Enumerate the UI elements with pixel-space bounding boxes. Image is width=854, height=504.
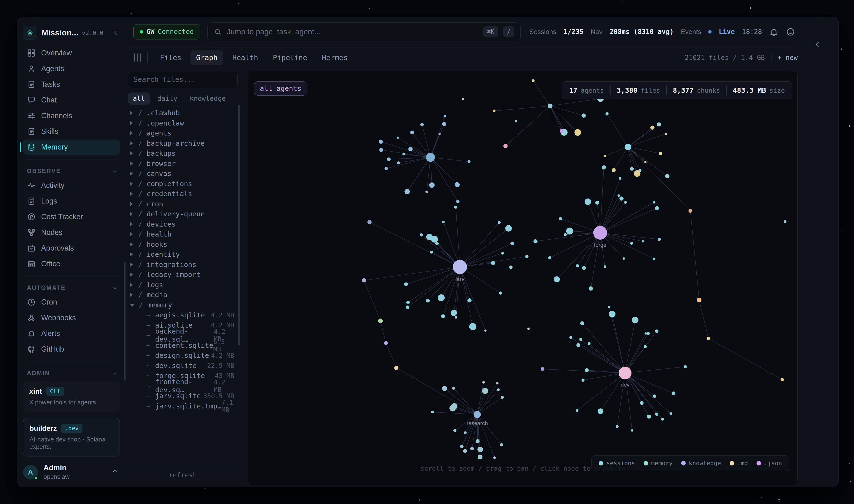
graph-satellite-node[interactable] (470, 447, 474, 450)
graph-satellite-node[interactable] (431, 411, 434, 413)
graph-hub-node[interactable] (624, 144, 631, 150)
graph-satellite-node[interactable] (510, 241, 514, 245)
section-header-observe[interactable]: OBSERVE (23, 164, 120, 177)
graph-satellite-node[interactable] (658, 238, 661, 241)
tree-dir-identity[interactable]: /identity (128, 249, 237, 259)
graph-satellite-node[interactable] (569, 336, 572, 339)
graph-loose-node[interactable] (493, 110, 495, 112)
tree-file[interactable]: ~content.sqlite6.3 MB (128, 340, 237, 350)
file-search-input[interactable] (133, 75, 232, 84)
tree-dir-integrations[interactable]: /integrations (128, 259, 237, 270)
graph-satellite-node[interactable] (455, 316, 457, 319)
graph-satellite-node[interactable] (585, 368, 589, 372)
tab-hermes[interactable]: Hermes (316, 50, 353, 65)
graph-loose-node[interactable] (541, 367, 544, 371)
tree-dir-backups[interactable]: /backups (128, 148, 237, 159)
graph-satellite-node[interactable] (505, 225, 512, 232)
graph-loose-node[interactable] (784, 220, 786, 223)
graph-satellite-node[interactable] (604, 155, 606, 157)
graph-satellite-node[interactable] (598, 409, 603, 414)
graph-satellite-node[interactable] (497, 389, 500, 391)
graph-satellite-node[interactable] (647, 414, 651, 418)
graph-satellite-node[interactable] (532, 79, 534, 82)
graph-satellite-node[interactable] (585, 198, 591, 205)
graph-satellite-node[interactable] (655, 206, 659, 210)
tree-dir-cron[interactable]: /cron (128, 199, 237, 209)
graph-satellite-node[interactable] (665, 174, 670, 178)
refresh-button[interactable]: refresh (169, 471, 197, 479)
graph-satellite-node[interactable] (498, 221, 501, 224)
graph-satellite-node[interactable] (482, 381, 485, 384)
graph-satellite-node[interactable] (387, 157, 390, 161)
graph-satellite-node[interactable] (425, 191, 428, 193)
tree-dir-logs[interactable]: /logs (128, 280, 237, 290)
graph-satellite-node[interactable] (564, 233, 567, 236)
graph-satellite-node[interactable] (420, 233, 423, 236)
smiley-icon[interactable] (786, 27, 795, 37)
tree-dir-browser[interactable]: /browser (128, 159, 237, 169)
sidebar-item-memory[interactable]: Memory (23, 140, 120, 155)
graph-satellite-node[interactable] (672, 392, 675, 395)
graph-satellite-node[interactable] (630, 167, 634, 170)
graph-satellite-node[interactable] (595, 201, 599, 205)
sidebar-scrollbar[interactable] (124, 262, 126, 381)
section-header-admin[interactable]: ADMIN (23, 366, 120, 379)
app-logo[interactable] (23, 26, 37, 40)
graph-satellite-node[interactable] (576, 264, 579, 268)
graph-satellite-node[interactable] (619, 196, 623, 200)
graph-satellite-node[interactable] (438, 133, 440, 135)
graph-satellite-node[interactable] (623, 257, 625, 259)
agents-filter-chip[interactable]: all agents (254, 81, 307, 95)
graph-satellite-node[interactable] (604, 265, 606, 268)
graph-satellite-node[interactable] (410, 130, 414, 134)
graph-satellite-node[interactable] (630, 242, 633, 245)
sidebar-item-office[interactable]: Office (23, 256, 120, 271)
graph-loose-node[interactable] (367, 220, 371, 224)
graph-satellite-node[interactable] (559, 217, 562, 220)
graph-hub-dev[interactable] (619, 366, 632, 379)
tree-dir-credentials[interactable]: /credentials (128, 189, 237, 199)
graph-satellite-node[interactable] (420, 123, 424, 126)
graph-satellite-node[interactable] (612, 168, 616, 172)
graph-satellite-node[interactable] (582, 113, 586, 118)
graph-satellite-node[interactable] (404, 283, 408, 286)
graph-satellite-node[interactable] (565, 131, 568, 134)
global-search[interactable]: ⌘K / (207, 22, 521, 41)
graph-satellite-node[interactable] (616, 425, 619, 428)
tree-scrollbar[interactable] (238, 105, 240, 345)
sidebar-item-activity[interactable]: Activity (23, 178, 120, 193)
graph-satellite-node[interactable] (454, 206, 457, 209)
graph-panel[interactable]: jarvforgedevresearch all agents 17agents… (248, 71, 798, 485)
graph-satellite-node[interactable] (430, 251, 433, 254)
graph-satellite-node[interactable] (482, 388, 488, 394)
graph-satellite-node[interactable] (402, 153, 405, 156)
graph-satellite-node[interactable] (491, 261, 495, 265)
tree-file[interactable]: ~aegis.sqlite4.2 MB (128, 310, 237, 320)
graph-satellite-node[interactable] (631, 429, 633, 432)
graph-loose-node[interactable] (515, 120, 517, 122)
graph-satellite-node[interactable] (653, 201, 655, 203)
graph-satellite-node[interactable] (442, 386, 448, 391)
graph-satellite-node[interactable] (575, 129, 581, 136)
sidebar-collapse-icon[interactable] (114, 31, 119, 35)
sidebar-item-chat[interactable]: Chat (23, 92, 120, 108)
graph-hub-node[interactable] (426, 153, 435, 162)
graph-satellite-node[interactable] (655, 329, 658, 333)
tab-pipeline[interactable]: Pipeline (267, 50, 313, 65)
graph-satellite-node[interactable] (509, 265, 513, 269)
sidebar-item-tasks[interactable]: Tasks (23, 77, 120, 92)
graph-satellite-node[interactable] (501, 396, 504, 399)
graph-satellite-node[interactable] (468, 160, 471, 163)
graph-satellite-node[interactable] (642, 240, 644, 242)
graph-satellite-node[interactable] (566, 228, 573, 234)
graph-satellite-node[interactable] (453, 429, 456, 432)
graph-satellite-node[interactable] (580, 321, 584, 325)
graph-satellite-node[interactable] (397, 137, 399, 139)
graph-satellite-node[interactable] (464, 431, 467, 434)
graph-satellite-node[interactable] (379, 140, 383, 144)
tab-graph[interactable]: Graph (190, 50, 223, 65)
graph-satellite-node[interactable] (653, 394, 656, 398)
graph-satellite-node[interactable] (406, 301, 410, 304)
graph-satellite-node[interactable] (406, 305, 410, 309)
sidebar-item-overview[interactable]: Overview (23, 46, 120, 60)
